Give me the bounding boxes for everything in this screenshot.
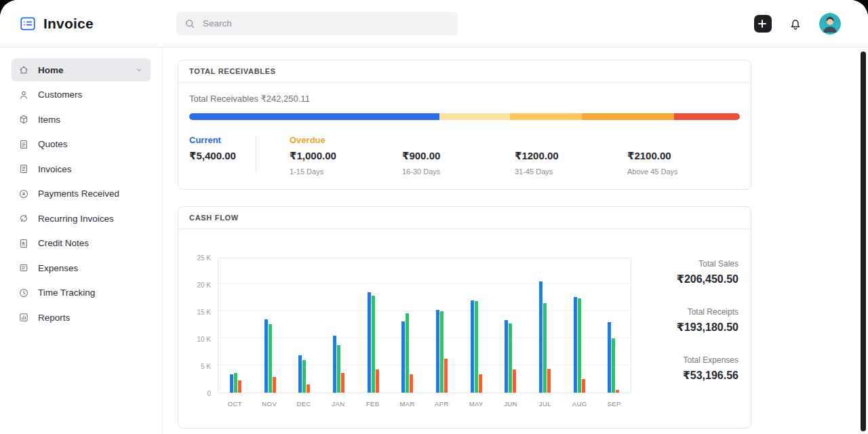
overdue-buckets: ₹1,000.001-15 Days₹900.0016-30 Days₹1200… bbox=[290, 150, 740, 176]
overdue-amount: ₹2100.00 bbox=[627, 150, 740, 162]
total-receivables-card: TOTAL RECEIVABLES Total Receivables ₹242… bbox=[178, 60, 751, 190]
x-axis-label: MAY bbox=[459, 400, 494, 408]
sidebar-item-label: Customers bbox=[38, 90, 82, 100]
payments-icon bbox=[18, 189, 29, 199]
plot-column: OCTNOVDECJANFEBMARAPRMAYJUNJULAUGSEP bbox=[218, 258, 631, 408]
bar-receipts bbox=[509, 323, 512, 393]
bar-receipts bbox=[578, 298, 581, 393]
quotes-icon bbox=[18, 139, 29, 150]
bar-expenses bbox=[376, 370, 379, 393]
bar-receipts bbox=[475, 301, 478, 393]
overdue-period: 1-15 Days bbox=[290, 167, 402, 176]
avatar[interactable] bbox=[819, 13, 841, 35]
sidebar-item-expenses[interactable]: Expenses bbox=[12, 256, 151, 279]
topbar: Invoice bbox=[0, 0, 868, 47]
expenses-icon bbox=[18, 262, 29, 273]
bar-sales bbox=[574, 297, 577, 393]
y-axis-tick: 20 K bbox=[197, 281, 211, 289]
overdue-period: Above 45 Days bbox=[627, 167, 740, 176]
sidebar-item-label: Quotes bbox=[38, 139, 68, 149]
receivables-breakdown: Current ₹5,400.00 Overdue ₹1,000.001-15 … bbox=[189, 135, 740, 176]
sidebar-item-time-tracking[interactable]: Time Tracking bbox=[12, 281, 151, 304]
x-axis-label: JUN bbox=[494, 400, 528, 408]
y-axis: 25 K20 K15 K10 K5 K0 bbox=[189, 258, 218, 393]
overdue-bucket: ₹1,000.001-15 Days bbox=[290, 150, 402, 176]
credit-notes-icon bbox=[18, 238, 29, 249]
progress-segment bbox=[582, 113, 674, 120]
bar-expenses bbox=[547, 369, 551, 393]
x-axis-label: NOV bbox=[252, 400, 287, 408]
sidebar-item-items[interactable]: Items bbox=[12, 108, 151, 131]
bar-sales bbox=[230, 374, 233, 393]
bar-group-mar bbox=[390, 258, 425, 393]
bar-group-sep bbox=[596, 258, 631, 393]
x-axis-label: APR bbox=[425, 400, 459, 408]
stat-value: ₹193,180.50 bbox=[631, 321, 738, 334]
overdue-bucket: ₹900.0016-30 Days bbox=[402, 150, 515, 176]
y-axis-tick: 5 K bbox=[201, 363, 211, 370]
bar-group-may bbox=[459, 258, 494, 393]
search-bar[interactable] bbox=[176, 12, 458, 35]
bar-expenses bbox=[410, 374, 413, 393]
plot-area bbox=[218, 258, 631, 393]
bar-expenses bbox=[341, 373, 344, 393]
bar-receipts bbox=[302, 360, 306, 393]
bell-icon[interactable] bbox=[788, 16, 803, 31]
bar-group-dec bbox=[287, 258, 321, 393]
topbar-actions bbox=[754, 13, 841, 35]
sidebar-item-recurring-invoices[interactable]: Recurring Invoices bbox=[12, 207, 151, 230]
bar-expenses bbox=[238, 380, 241, 393]
y-axis-tick: 10 K bbox=[197, 336, 211, 343]
app-logo[interactable]: Invoice bbox=[19, 15, 163, 33]
x-axis-label: JAN bbox=[321, 400, 355, 408]
bar-receipts bbox=[406, 313, 409, 393]
add-new-button[interactable] bbox=[754, 15, 772, 33]
bar-expenses bbox=[513, 370, 516, 393]
overdue-period: 16-30 Days bbox=[402, 167, 515, 176]
overdue-bucket: ₹1200.0031-45 Days bbox=[515, 150, 627, 176]
recurring-icon bbox=[18, 213, 29, 224]
bar-sales bbox=[539, 281, 542, 393]
bar-group-feb bbox=[356, 258, 391, 393]
y-axis-tick: 25 K bbox=[197, 254, 211, 262]
scrollbar[interactable] bbox=[861, 52, 866, 431]
x-axis: OCTNOVDECJANFEBMARAPRMAYJUNJULAUGSEP bbox=[218, 400, 631, 408]
cash-flow-stats: Total Sales₹206,450.50Total Receipts₹193… bbox=[631, 258, 738, 408]
current-label: Current bbox=[189, 135, 249, 145]
bar-sales bbox=[401, 321, 405, 393]
x-axis-label: JUL bbox=[528, 400, 562, 408]
sidebar-item-home[interactable]: Home bbox=[12, 58, 151, 81]
bar-receipts bbox=[337, 345, 340, 393]
y-axis-tick: 15 K bbox=[197, 309, 211, 316]
stat-value: ₹206,450.50 bbox=[631, 273, 738, 285]
main-content: TOTAL RECEIVABLES Total Receivables ₹242… bbox=[163, 47, 868, 434]
progress-segment bbox=[510, 113, 582, 120]
sidebar-item-customers[interactable]: Customers bbox=[12, 83, 151, 106]
bar-receipts bbox=[543, 303, 547, 393]
bar-group-aug bbox=[562, 258, 597, 393]
bar-receipts bbox=[234, 373, 237, 393]
bar-expenses bbox=[582, 379, 585, 393]
app-window: Invoice bbox=[0, 0, 868, 434]
invoice-logo-icon bbox=[19, 15, 37, 33]
stat-label: Total Receipts bbox=[631, 307, 738, 317]
sidebar-item-credit-notes[interactable]: Credit Notes bbox=[12, 232, 151, 255]
vertical-divider bbox=[256, 136, 256, 172]
sidebar-item-reports[interactable]: Reports bbox=[12, 306, 151, 329]
receivables-card-body: Total Receivables ₹242,250.11 Current ₹5… bbox=[178, 83, 751, 189]
overdue-label: Overdue bbox=[290, 135, 740, 145]
search-input[interactable] bbox=[201, 18, 450, 29]
reports-icon bbox=[18, 312, 29, 323]
sidebar-item-invoices[interactable]: Invoices bbox=[12, 157, 151, 180]
bar-expenses bbox=[307, 384, 310, 393]
bar-group-jun bbox=[493, 258, 528, 393]
sidebar-item-label: Items bbox=[38, 115, 60, 125]
customers-icon bbox=[18, 90, 29, 100]
x-axis-label: MAR bbox=[390, 400, 425, 408]
sidebar-item-quotes[interactable]: Quotes bbox=[12, 133, 151, 156]
sidebar-item-payments-received[interactable]: Payments Received bbox=[12, 182, 151, 205]
items-icon bbox=[18, 114, 29, 125]
bar-sales bbox=[436, 310, 439, 393]
invoices-icon bbox=[18, 163, 29, 174]
stat-value: ₹53,196.56 bbox=[631, 369, 738, 382]
